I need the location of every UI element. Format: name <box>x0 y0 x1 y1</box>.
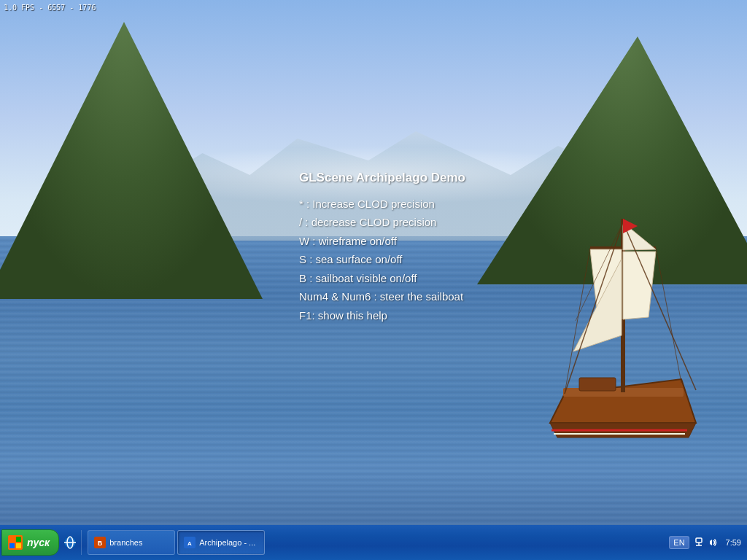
help-line-7: F1: show this help <box>299 306 465 325</box>
svg-line-8 <box>565 248 590 394</box>
svg-rect-15 <box>16 543 21 548</box>
windows-logo-icon <box>8 535 23 550</box>
help-line-2: / : decrease CLOD precision <box>299 213 465 232</box>
game-viewport: 1.0 FPS - 6557 - 1776 GLScene Archipelag… <box>0 0 747 525</box>
svg-line-9 <box>656 248 681 383</box>
network-icon[interactable] <box>693 537 705 548</box>
help-overlay: GLScene Archipelago Demo * : Increase CL… <box>299 168 465 324</box>
fps-counter: 1.0 FPS - 6557 - 1776 <box>4 4 96 12</box>
start-button[interactable]: пуск <box>1 529 59 556</box>
help-line-3: W : wireframe on/off <box>299 232 465 251</box>
archipelago-app-label: Archipelago - ... <box>199 538 255 547</box>
taskbar-app-archipelago[interactable]: A Archipelago - ... <box>177 530 265 555</box>
system-tray-area: EN 7:59 <box>669 525 747 560</box>
help-line-6: Num4 & Num6 : steer the sailboat <box>299 287 465 306</box>
language-indicator[interactable]: EN <box>669 536 689 549</box>
system-clock: 7:59 <box>722 538 741 547</box>
quick-launch-bar <box>59 530 82 555</box>
svg-rect-13 <box>16 537 21 542</box>
ie-icon[interactable] <box>63 535 77 550</box>
branches-app-icon: B <box>94 537 106 548</box>
help-title: GLScene Archipelago Demo <box>299 168 465 189</box>
sailboat <box>521 190 725 467</box>
svg-text:B: B <box>98 540 103 547</box>
svg-rect-14 <box>9 543 15 548</box>
svg-rect-12 <box>9 537 15 542</box>
branches-app-label: branches <box>109 538 142 547</box>
system-tray <box>693 537 719 548</box>
svg-rect-11 <box>579 378 616 391</box>
svg-text:A: A <box>187 540 192 547</box>
taskbar-app-branches[interactable]: B branches <box>88 530 175 555</box>
volume-icon[interactable] <box>707 537 719 548</box>
start-label: пуск <box>27 537 50 548</box>
taskbar: пуск B branches A <box>0 525 747 560</box>
taskbar-apps: B branches A Archipelago - ... <box>88 525 669 560</box>
help-line-4: S : sea surface on/off <box>299 250 465 269</box>
svg-rect-23 <box>696 538 702 542</box>
help-line-1: * : Increase CLOD precision <box>299 195 465 214</box>
help-line-5: B : sailboat visible on/off <box>299 269 465 288</box>
archipelago-app-icon: A <box>184 537 196 548</box>
